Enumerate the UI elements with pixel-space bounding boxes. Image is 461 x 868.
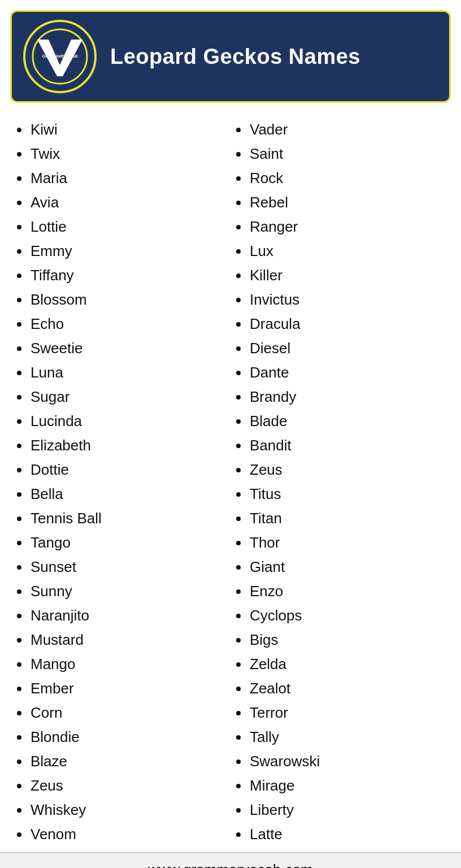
bullet-icon xyxy=(236,638,241,643)
bullet-icon xyxy=(236,249,241,254)
name-label: Mustard xyxy=(31,631,84,649)
list-item: Venom xyxy=(17,822,225,847)
bullet-icon xyxy=(236,808,241,813)
bullet-icon xyxy=(17,176,21,181)
list-item: Ember xyxy=(17,676,225,701)
name-label: Mirage xyxy=(250,777,294,795)
name-label: Diesel xyxy=(250,340,290,357)
bullet-icon xyxy=(17,128,21,132)
bullet-icon xyxy=(236,419,241,424)
bullet-icon xyxy=(236,395,241,400)
list-item: Dante xyxy=(236,361,444,385)
list-item: Sunset xyxy=(17,555,225,579)
list-item: Zeus xyxy=(236,458,444,482)
bullet-icon xyxy=(17,322,21,327)
list-item: Blossom xyxy=(17,288,225,312)
bullet-icon xyxy=(17,614,21,618)
bullet-icon xyxy=(17,419,21,424)
bullet-icon xyxy=(17,517,21,521)
list-item: Kiwi xyxy=(17,118,225,142)
name-label: Luna xyxy=(31,364,63,381)
list-item: Zealot xyxy=(236,676,444,701)
bullet-icon xyxy=(236,346,241,351)
name-label: Vader xyxy=(250,121,288,138)
list-item: Elizabeth xyxy=(17,433,225,458)
list-item: Latte xyxy=(236,822,444,847)
name-label: Invictus xyxy=(250,291,299,309)
bullet-icon xyxy=(236,201,241,205)
list-item: Avia xyxy=(17,190,225,215)
name-label: Bigs xyxy=(250,631,279,649)
name-label: Sweetie xyxy=(31,340,83,357)
name-label: Avia xyxy=(31,194,59,211)
name-label: Emmy xyxy=(31,242,72,260)
name-label: Latte xyxy=(250,826,282,843)
name-label: Thor xyxy=(250,534,280,552)
bullet-icon xyxy=(236,492,241,497)
list-item: Killer xyxy=(236,263,444,288)
name-label: Venom xyxy=(31,826,76,843)
list-item: Maria xyxy=(17,166,225,190)
name-label: Zeus xyxy=(31,777,63,795)
name-label: Dracula xyxy=(250,315,301,333)
bullet-icon xyxy=(17,589,21,594)
name-label: Giant xyxy=(250,558,285,576)
bullet-icon xyxy=(236,541,241,545)
list-item: Vader xyxy=(236,118,444,142)
name-label: Liberty xyxy=(250,801,294,819)
list-item: Blondie xyxy=(17,725,225,749)
list-item: Tally xyxy=(236,725,444,749)
footer: www.grammarvocab.com xyxy=(0,852,461,868)
list-item: Blaze xyxy=(17,749,225,774)
name-label: Sugar xyxy=(31,388,69,406)
bullet-icon xyxy=(236,589,241,594)
bullet-icon xyxy=(17,808,21,813)
list-item: Whiskey xyxy=(17,798,225,822)
page-header: GRAMMARVOCAB Leopard Geckos Names xyxy=(10,10,451,103)
list-item: Sugar xyxy=(17,385,225,409)
list-item: Enzo xyxy=(236,579,444,604)
name-label: Sunset xyxy=(31,558,76,576)
list-item: Mustard xyxy=(17,628,225,652)
name-label: Tiffany xyxy=(31,267,74,284)
bullet-icon xyxy=(236,298,241,302)
list-item: Echo xyxy=(17,312,225,336)
list-item: Zelda xyxy=(236,652,444,676)
name-label: Elizabeth xyxy=(31,437,91,454)
list-item: Ranger xyxy=(236,215,444,239)
name-label: Titus xyxy=(250,485,281,503)
list-item: Thor xyxy=(236,531,444,555)
name-label: Blossom xyxy=(31,291,87,309)
name-label: Titan xyxy=(250,510,282,527)
name-label: Killer xyxy=(250,267,282,284)
bullet-icon xyxy=(236,517,241,521)
list-item: Titus xyxy=(236,482,444,506)
bullet-icon xyxy=(236,371,241,375)
name-label: Whiskey xyxy=(31,801,86,819)
name-label: Saint xyxy=(250,145,283,163)
list-item: Rebel xyxy=(236,190,444,215)
names-content: KiwiVaderTwixSaintMariaRockAviaRebelLott… xyxy=(0,108,461,852)
name-label: Echo xyxy=(31,315,64,333)
list-item: Bandit xyxy=(236,433,444,458)
name-label: Twix xyxy=(31,145,60,163)
name-label: Blaze xyxy=(31,753,67,770)
name-label: Brandy xyxy=(250,388,296,406)
bullet-icon xyxy=(236,711,241,715)
name-label: Cyclops xyxy=(250,607,302,624)
bullet-icon xyxy=(17,298,21,302)
bullet-icon xyxy=(17,687,21,691)
list-item: Saint xyxy=(236,142,444,166)
name-label: Tango xyxy=(31,534,71,552)
list-item: Rock xyxy=(236,166,444,190)
bullet-icon xyxy=(17,274,21,278)
list-item: Dottie xyxy=(17,458,225,482)
bullet-icon xyxy=(17,395,21,400)
list-item: Brandy xyxy=(236,385,444,409)
name-label: Dottie xyxy=(31,461,69,479)
name-label: Enzo xyxy=(250,583,283,600)
footer-url: www.grammarvocab.com xyxy=(148,861,313,868)
list-item: Lottie xyxy=(17,215,225,239)
bullet-icon xyxy=(236,760,241,764)
name-label: Tennis Ball xyxy=(31,510,102,527)
